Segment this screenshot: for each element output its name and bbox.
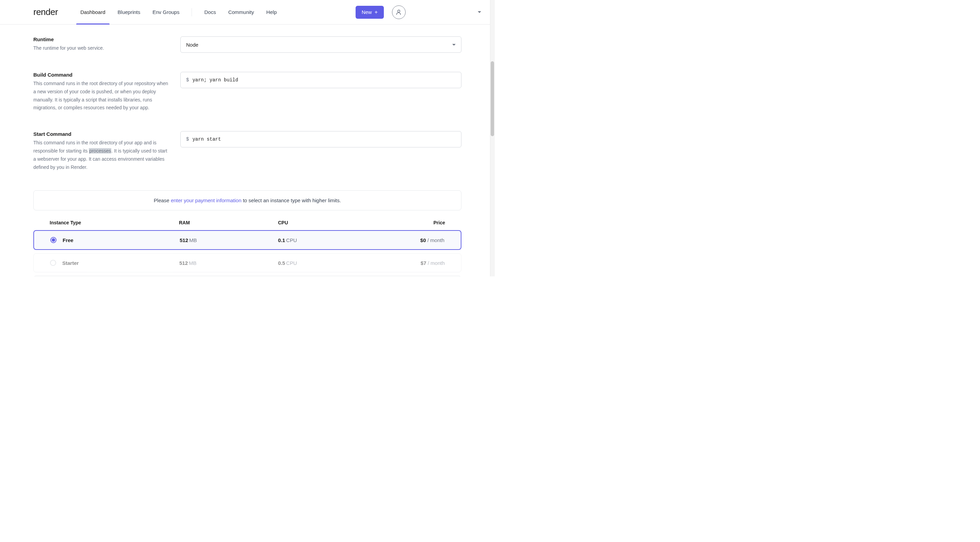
cpu-unit: CPU [286,260,297,266]
payment-banner-suffix: to select an instance type with higher l… [242,198,341,203]
runtime-title: Runtime [33,37,170,42]
start-command-label-col: Start Command This command runs in the r… [33,131,180,171]
instance-name-cell: Free [50,237,180,243]
price-value: $0 [420,237,426,243]
user-icon [395,9,402,16]
build-command-input-wrapper[interactable]: $ [180,72,461,88]
account-dropdown[interactable] [475,8,484,16]
instance-name: Starter [62,260,79,266]
cpu-unit: CPU [286,237,297,243]
instance-row-free[interactable]: Free 512MB 0.1CPU $0 / month [33,230,461,250]
new-button[interactable]: New + [356,6,384,19]
ram-value: 512 [180,237,188,243]
th-ram: RAM [179,220,278,225]
content: Runtime The runtime for your web service… [0,24,495,276]
scrollbar-track[interactable] [490,0,495,276]
plus-icon: + [375,9,378,15]
runtime-value: Node [186,42,198,48]
nav-help[interactable]: Help [260,0,283,24]
cpu-cell: 0.1CPU [278,237,376,243]
nav-docs[interactable]: Docs [198,0,222,24]
header: render Dashboard Blueprints Env Groups D… [0,0,495,24]
build-command-title: Build Command [33,72,170,78]
price-value: $7 [421,260,426,266]
cpu-value: 0.5 [278,260,285,266]
start-command-title: Start Command [33,131,170,137]
nav-community[interactable]: Community [222,0,260,24]
th-instance-type: Instance Type [50,220,179,225]
new-button-label: New [362,9,372,15]
radio-free[interactable] [50,237,56,243]
nav-dashboard[interactable]: Dashboard [74,0,111,24]
logo[interactable]: render [33,7,58,18]
build-command-input[interactable] [192,77,456,83]
price-cell: $7 / month [377,260,445,266]
instance-table-header: Instance Type RAM CPU Price [33,220,461,230]
start-command-input-col: $ [180,131,461,171]
ram-unit: MB [189,260,197,266]
start-command-input-wrapper[interactable]: $ [180,131,461,147]
runtime-row: Runtime The runtime for your web service… [33,37,461,53]
th-price: Price [377,220,445,225]
start-command-prefix: $ [186,137,189,142]
build-command-desc: This command runs in the root directory … [33,80,170,112]
cpu-cell: 0.5CPU [278,260,377,266]
price-cell: $0 / month [376,237,444,243]
price-period: / month [428,260,445,266]
payment-banner-prefix: Please [154,198,171,203]
instance-name-cell: Starter [50,260,179,266]
main-nav: Dashboard Blueprints Env Groups Docs Com… [74,0,283,24]
th-cpu: CPU [278,220,377,225]
build-command-prefix: $ [186,77,189,83]
build-command-label-col: Build Command This command runs in the r… [33,72,180,112]
runtime-input-col: Node [180,37,461,53]
nav-env-groups[interactable]: Env Groups [146,0,185,24]
payment-info-link[interactable]: enter your payment information [171,198,242,203]
start-command-row: Start Command This command runs in the r… [33,131,461,171]
svg-point-0 [398,10,400,12]
instance-name: Free [63,237,73,243]
build-command-input-col: $ [180,72,461,112]
runtime-select[interactable]: Node [180,37,461,53]
build-command-row: Build Command This command runs in the r… [33,72,461,112]
chevron-down-icon [452,44,456,46]
ram-unit: MB [189,237,197,243]
user-avatar-button[interactable] [392,5,406,19]
start-command-desc: This command runs in the root directory … [33,139,170,171]
runtime-label-col: Runtime The runtime for your web service… [33,37,180,53]
radio-starter[interactable] [50,260,56,266]
scrollbar-thumb[interactable] [491,61,494,136]
ram-cell: 512MB [179,260,278,266]
instance-row-starter[interactable]: Starter 512MB 0.5CPU $7 / month [33,253,461,273]
chevron-down-icon [478,11,481,13]
start-command-input[interactable] [192,137,456,142]
ram-value: 512 [179,260,188,266]
payment-banner: Please enter your payment information to… [33,190,461,210]
cpu-value: 0.1 [278,237,285,243]
start-command-desc-highlight: processes [89,148,111,153]
price-period: / month [427,237,444,243]
nav-blueprints[interactable]: Blueprints [111,0,147,24]
ram-cell: 512MB [180,237,278,243]
header-right: New + [356,5,484,19]
instance-row-partial [33,276,461,276]
runtime-desc: The runtime for your web service. [33,44,170,53]
